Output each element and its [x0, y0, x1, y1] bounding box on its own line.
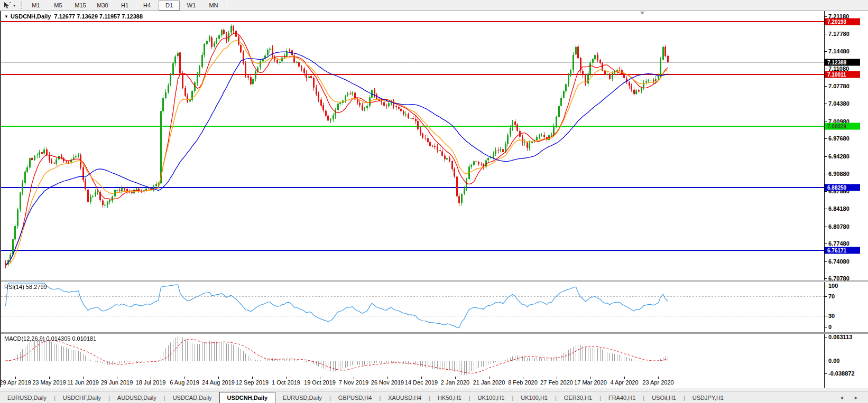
- price-axis-tick-label: 6.84180: [828, 205, 849, 212]
- timeframe-button-m5[interactable]: M5: [48, 1, 69, 11]
- date-axis-tick: [387, 377, 388, 379]
- panel-divider-macd[interactable]: [1, 332, 868, 334]
- timeframe-button-mn[interactable]: MN: [203, 1, 224, 11]
- chart-title: ▼USDCNH,Daily 7.12677 7.13629 7.11957 7.…: [4, 13, 143, 20]
- price-axis-tick-label: 7.07780: [828, 83, 849, 89]
- date-axis-label: 4 Apr 2020: [610, 379, 638, 386]
- chart-tab-usdchf-daily[interactable]: USDCHF,Daily: [56, 392, 108, 403]
- date-axis-tick: [320, 377, 320, 379]
- price-axis-tick-label: 6.77480: [828, 240, 849, 247]
- chart-ohlc-values: 7.12677 7.13629 7.11957 7.12388: [54, 13, 143, 20]
- price-axis-tick-label: 7.17780: [828, 31, 849, 37]
- chart-tab-gbpusd-h4[interactable]: GBPUSD,H4: [331, 392, 380, 403]
- date-axis-label: 29 Jun 2019: [101, 379, 133, 386]
- date-axis[interactable]: 29 Apr 201923 May 201911 Jun 201929 Jun …: [1, 377, 824, 388]
- price-axis-tick-label: 6.94280: [828, 153, 849, 160]
- chart-tab-uk100-h1[interactable]: UK100,H1: [513, 392, 555, 403]
- macd-name: MACD(12,26,9): [4, 335, 44, 342]
- timeframe-button-h4[interactable]: H4: [136, 1, 158, 11]
- date-axis-label: 21 Jan 2020: [473, 379, 505, 386]
- timeframe-button-h1[interactable]: H1: [114, 1, 135, 11]
- date-axis-label: 18 Jul 2019: [136, 379, 166, 386]
- price-axis-tick: [825, 209, 827, 209]
- date-axis-tick: [184, 377, 185, 379]
- date-axis-label: 8 Feb 2020: [508, 379, 538, 386]
- chart-tab-uk100-h1[interactable]: UK100,H1: [470, 392, 512, 403]
- timeframe-button-m1[interactable]: M1: [25, 1, 47, 11]
- toolbar-grip: [21, 2, 22, 9]
- macd-axis-tick: [825, 373, 827, 374]
- toolbar: ▾ M1M5M15M30H1H4D1W1MN: [0, 0, 868, 11]
- date-axis-tick: [624, 377, 625, 379]
- chart-tab-eurusd-daily[interactable]: EURUSD,Daily: [0, 392, 54, 403]
- date-axis-tick: [523, 377, 523, 379]
- date-axis-tick: [557, 377, 557, 379]
- macd-signal-value: 0.010181: [72, 335, 96, 342]
- date-axis-label: 11 Jun 2019: [67, 379, 99, 386]
- chart-tab-audusd-daily[interactable]: AUDUSD,Daily: [110, 392, 164, 403]
- price-axis[interactable]: 7.211807.177807.144807.110807.077807.043…: [824, 11, 868, 388]
- chart-tab-eurusd-daily[interactable]: EURUSD,Daily: [275, 392, 329, 403]
- timeframe-button-d1[interactable]: D1: [159, 1, 180, 11]
- price-axis-tick: [825, 156, 827, 157]
- chart-tab-hk50-h1[interactable]: HK50,H1: [430, 392, 469, 403]
- chart-tab-usoil-h1[interactable]: USOil,H1: [644, 392, 684, 403]
- price-axis-tick: [825, 51, 827, 52]
- chart-tab-xauusd-h4[interactable]: XAUUSD,H4: [381, 392, 429, 403]
- timeframe-button-w1[interactable]: W1: [181, 1, 202, 11]
- date-axis-tick: [151, 377, 151, 379]
- date-axis-label: 19 Oct 2019: [304, 379, 336, 386]
- rsi-indicator-canvas[interactable]: [1, 282, 824, 332]
- chart-tab-ger30-h1[interactable]: GER30,H1: [557, 392, 599, 403]
- chart-tab-bar: EURUSD,Daily|USDCHF,Daily|AUDUSD,Daily|U…: [0, 391, 868, 403]
- rsi-axis-label-0: 0: [828, 324, 832, 330]
- panel-divider-rsi[interactable]: [1, 280, 868, 282]
- date-axis-tick: [421, 377, 422, 379]
- date-axis-label: 27 Feb 2020: [540, 379, 573, 386]
- crosshair-cursor-icon[interactable]: [2, 1, 13, 10]
- price-axis-tick: [825, 261, 827, 262]
- price-axis-tick-label: 6.74080: [828, 258, 849, 265]
- cursor-dropdown-caret-icon[interactable]: ▾: [13, 3, 20, 8]
- chart-tab-usdjpy-h1[interactable]: USDJPY,H1: [685, 392, 731, 403]
- macd-axis-tick: [825, 337, 827, 338]
- rsi-axis-tick: [825, 296, 827, 297]
- price-axis-tick: [825, 34, 827, 34]
- rsi-axis-tick: [825, 316, 827, 316]
- chart-tab-fra40-h1[interactable]: FRA40,H1: [601, 392, 643, 403]
- price-axis-tick: [825, 69, 827, 69]
- date-axis-tick: [286, 377, 287, 379]
- timeframe-button-m30[interactable]: M30: [92, 1, 113, 11]
- macd-indicator-canvas[interactable]: [1, 334, 824, 377]
- price-axis-tick: [825, 104, 827, 104]
- chart-symbol-period: USDCNH,Daily: [11, 13, 51, 20]
- date-axis-tick: [15, 377, 16, 379]
- price-axis-tick: [825, 243, 827, 244]
- date-axis-tick: [489, 377, 490, 379]
- price-axis-tick-label: 6.80780: [828, 223, 849, 230]
- tab-scroll-arrows-icon[interactable]: ◄ ►: [839, 395, 863, 400]
- macd-axis-tick: [825, 361, 827, 361]
- date-axis-label: 17 Mar 2020: [574, 379, 607, 386]
- timeframe-button-m15[interactable]: M15: [70, 1, 91, 11]
- price-axis-tick: [825, 227, 827, 227]
- chart-tab-usdcad-daily[interactable]: USDCAD,Daily: [165, 392, 219, 403]
- macd-label: MACD(12,26,9) 0.014305 0.010181: [4, 335, 96, 342]
- price-axis-tick: [825, 174, 827, 174]
- price-axis-tick: [825, 191, 827, 192]
- rsi-current-value: 58.2799: [26, 284, 47, 290]
- date-axis-label: 7 Nov 2019: [339, 379, 368, 386]
- collapse-triangle-icon[interactable]: ▼: [4, 14, 8, 19]
- date-axis-tick: [590, 377, 591, 379]
- price-axis-tick: [825, 121, 827, 122]
- price-level-tag-7-12388: 7.12388: [825, 59, 860, 65]
- macd-axis-label: -0.038872: [828, 370, 855, 377]
- date-axis-label: 24 Aug 2019: [202, 379, 235, 386]
- rsi-axis-tick: [825, 327, 827, 327]
- price-axis-tick-label: 6.90880: [828, 171, 849, 177]
- price-chart-canvas[interactable]: [1, 11, 824, 280]
- price-axis-tick-label: 6.97680: [828, 135, 849, 142]
- rsi-axis-label-30: 30: [828, 313, 835, 319]
- chart-tab-usdcnh-daily[interactable]: USDCNH,Daily: [219, 392, 275, 403]
- price-level-tag-7-20193: 7.20193: [825, 18, 860, 25]
